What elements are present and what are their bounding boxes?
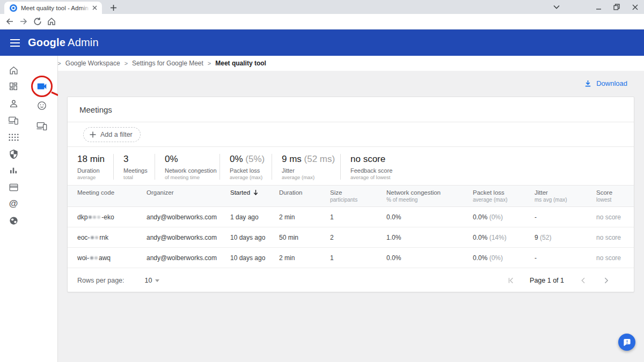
table-footer: Rows per page: 10 Page 1 of 1: [68, 268, 634, 292]
col-jitter[interactable]: Jitter ms avg (max): [535, 189, 596, 203]
card-title: Meetings: [79, 105, 112, 114]
score-cell: no score: [596, 234, 634, 241]
dropdown-caret-icon: [155, 279, 159, 282]
redacted-code-segment: [90, 256, 98, 260]
started-cell: 10 days ago: [230, 234, 279, 241]
rows-per-page-select[interactable]: 10: [145, 277, 160, 284]
tab-title: Meet quality tool - Admin Consol: [21, 5, 90, 11]
redacted-code-segment: [91, 236, 98, 239]
reports-bar-chart-icon[interactable]: [6, 164, 20, 178]
browser-tabstrip: Meet quality tool - Admin Consol: [0, 0, 644, 14]
organizer-cell: andy@wolberworks.com: [147, 254, 230, 262]
congestion-cell: 0.0%: [386, 213, 473, 221]
back-button[interactable]: [3, 15, 16, 28]
previous-page-button[interactable]: [578, 276, 588, 285]
breadcrumb-separator: >: [125, 60, 128, 67]
admin-header: GoogleAdmin ?: [0, 29, 644, 56]
home-icon[interactable]: [6, 63, 20, 77]
table-header: Meeting code Organizer Started Duration: [68, 186, 634, 207]
devices-icon[interactable]: [6, 114, 20, 128]
main-content: Download Meetings Add a filter 18 min Du…: [58, 71, 644, 362]
new-tab-button[interactable]: [106, 2, 120, 13]
feedback-smiley-icon[interactable]: [35, 99, 49, 113]
menu-hamburger-icon[interactable]: [8, 35, 23, 50]
packet-loss-cell: 0.0% (0%): [473, 254, 535, 262]
window-controls: [589, 0, 644, 14]
congestion-cell: 1.0%: [386, 234, 473, 241]
domains-globe-icon[interactable]: [6, 213, 20, 227]
stat-duration: 18 min Duration average: [68, 154, 113, 180]
pagination: Page 1 of 1: [506, 276, 611, 285]
download-button[interactable]: Download: [584, 79, 627, 87]
breadcrumb-google-workspace[interactable]: Google Workspace: [65, 60, 120, 67]
window-close-button[interactable]: [626, 0, 644, 14]
first-page-button[interactable]: [506, 276, 516, 285]
organizer-cell: andy@wolberworks.com: [147, 234, 230, 241]
meetings-card: Meetings Add a filter 18 min Duration av…: [67, 97, 634, 292]
duration-cell: 2 min: [279, 254, 330, 262]
stat-jitter: 9 ms (52 ms) Jitter average (max): [272, 154, 340, 180]
breadcrumb: Apps > Google Workspace > Settings for G…: [39, 56, 266, 71]
col-started[interactable]: Started: [230, 189, 279, 197]
breadcrumb-bar: Apps > Google Workspace > Settings for G…: [0, 56, 644, 71]
add-filter-button[interactable]: Add a filter: [83, 127, 141, 142]
organizer-cell: andy@wolberworks.com: [147, 213, 230, 221]
forward-button[interactable]: [17, 15, 30, 28]
reload-button[interactable]: [31, 15, 44, 28]
screen: Meet quality tool - Admin Consol: [0, 0, 644, 362]
breadcrumb-separator: >: [57, 60, 61, 67]
browser-tab[interactable]: Meet quality tool - Admin Consol: [4, 2, 102, 14]
packet-loss-cell: 0.0% (14%): [473, 234, 535, 241]
col-score[interactable]: Score lowest: [596, 189, 634, 203]
col-packet-loss[interactable]: Packet loss average (max): [473, 189, 535, 203]
meeting-code-cell: dkp-eko: [77, 213, 147, 221]
table-row[interactable]: dkp-eko andy@wolberworks.com 1 day ago 2…: [68, 207, 634, 227]
table-row[interactable]: eoc-rnk andy@wolberworks.com 10 days ago…: [68, 227, 634, 248]
breadcrumb-settings-for-meet[interactable]: Settings for Google Meet: [132, 60, 203, 67]
security-shield-icon[interactable]: [6, 147, 20, 161]
window-minimize-button[interactable]: [589, 0, 608, 14]
jitter-cell: -: [535, 254, 596, 262]
stat-feedback-score: no score Feedback score average of lowes…: [340, 154, 634, 180]
table-row[interactable]: woi-awq andy@wolberworks.com 10 days ago…: [68, 248, 634, 268]
score-cell: no score: [596, 254, 634, 262]
stat-packet-loss: 0% (5%) Packet loss average (max): [219, 154, 272, 180]
chat-bubble-icon: [623, 338, 632, 347]
sidebar-nav: @: [0, 56, 58, 362]
col-meeting-code[interactable]: Meeting code: [77, 189, 147, 197]
apps-icon[interactable]: [6, 130, 20, 144]
home-button[interactable]: [45, 15, 58, 28]
col-size[interactable]: Size participants: [330, 189, 386, 203]
tab-close-icon[interactable]: [90, 4, 99, 12]
col-organizer[interactable]: Organizer: [147, 189, 230, 197]
col-duration[interactable]: Duration: [279, 189, 330, 197]
col-network-congestion[interactable]: Network congestion % of meeting: [386, 189, 473, 203]
redacted-code-segment: [89, 216, 100, 219]
size-cell: 2: [330, 234, 386, 241]
meet-quality-videocam-icon[interactable]: [35, 79, 49, 93]
page-indicator: Page 1 of 1: [530, 277, 564, 284]
browser-toolbar: admin.google.com/ac/meet/quality: [0, 14, 644, 29]
account-at-icon[interactable]: @: [6, 197, 20, 211]
directory-users-icon[interactable]: [6, 97, 20, 110]
duration-cell: 2 min: [279, 213, 330, 221]
tab-favicon: [10, 4, 17, 12]
dashboard-icon[interactable]: [6, 79, 20, 93]
breadcrumb-current: Meet quality tool: [215, 60, 266, 67]
window-restore-button[interactable]: [608, 0, 626, 14]
duration-cell: 50 min: [279, 234, 330, 241]
meeting-code-cell: eoc-rnk: [77, 234, 147, 241]
tab-search-chevron-icon[interactable]: [548, 0, 565, 14]
jitter-cell: -: [535, 213, 596, 221]
score-cell: no score: [596, 213, 634, 221]
billing-icon[interactable]: [6, 180, 20, 194]
card-title-row: Meetings: [68, 97, 634, 122]
google-admin-logo: GoogleAdmin: [28, 36, 99, 49]
meeting-code-cell: woi-awq: [77, 254, 147, 262]
support-chat-button[interactable]: [618, 334, 635, 351]
sort-desc-icon: [253, 189, 259, 196]
size-cell: 1: [330, 213, 386, 221]
started-cell: 10 days ago: [230, 254, 279, 262]
endpoints-devices-icon[interactable]: [35, 119, 49, 133]
next-page-button[interactable]: [602, 276, 611, 285]
